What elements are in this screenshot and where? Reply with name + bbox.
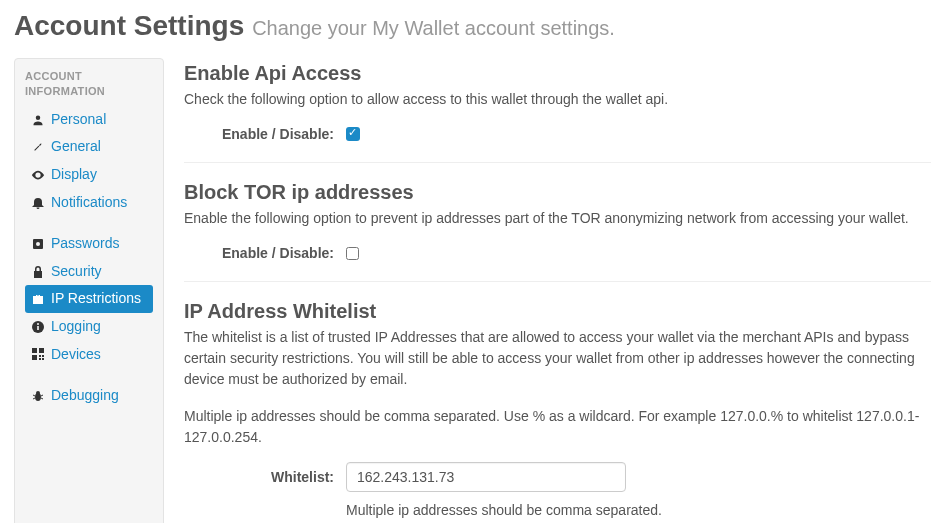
sidebar-item-notifications[interactable]: Notifications [25,189,153,217]
sidebar-item-label: Notifications [51,193,127,213]
sidebar-item-personal[interactable]: Personal [25,106,153,134]
svg-rect-9 [42,355,44,357]
svg-rect-6 [39,348,44,353]
page-subtitle: Change your My Wallet account settings. [252,17,615,39]
sidebar-item-label: Personal [51,110,106,130]
person-icon [31,113,45,127]
sidebar-item-label: Logging [51,317,101,337]
svg-line-14 [33,395,35,396]
sidebar-item-label: Security [51,262,102,282]
section-desc: Enable the following option to prevent i… [184,208,931,229]
wrench-icon [31,140,45,154]
sidebar-item-label: IP Restrictions [51,289,141,309]
tor-enable-checkbox[interactable] [346,247,359,260]
sidebar-item-debugging[interactable]: Debugging [25,382,153,410]
lock-icon [31,265,45,279]
svg-line-16 [33,398,35,399]
section-title: IP Address Whitelist [184,300,931,323]
api-enable-checkbox[interactable] [346,127,360,141]
sidebar-item-label: Debugging [51,386,119,406]
whitelist-label: Whitelist: [184,469,334,485]
section-desc2: Multiple ip addresses should be comma se… [184,406,931,448]
whitelist-hint: Multiple ip addresses should be comma se… [346,502,931,518]
api-toggle-label: Enable / Disable: [184,126,334,142]
vault-icon [31,237,45,251]
svg-rect-5 [32,348,37,353]
sidebar-item-logging[interactable]: Logging [25,313,153,341]
info-icon [31,320,45,334]
section-api-access: Enable Api Access Check the following op… [184,62,931,163]
tor-toggle-label: Enable / Disable: [184,245,334,261]
svg-line-17 [41,398,43,399]
sidebar-item-label: Devices [51,345,101,365]
briefcase-icon [31,292,45,306]
sidebar-item-passwords[interactable]: Passwords [25,230,153,258]
section-desc: The whitelist is a list of trusted IP Ad… [184,327,931,390]
svg-point-13 [36,391,40,395]
svg-rect-10 [39,358,41,360]
sidebar-item-security[interactable]: Security [25,258,153,286]
svg-rect-8 [39,355,41,357]
svg-point-1 [36,242,40,246]
svg-rect-3 [37,326,39,330]
nav-group-2: Debugging [25,382,153,410]
whitelist-input[interactable] [346,462,626,492]
sidebar-item-general[interactable]: General [25,133,153,161]
sidebar: ACCOUNT INFORMATION Personal General Dis… [14,58,164,523]
sidebar-item-display[interactable]: Display [25,161,153,189]
bug-icon [31,389,45,403]
section-ip-whitelist: IP Address Whitelist The whitelist is a … [184,300,931,523]
qrcode-icon [31,347,45,361]
sidebar-item-label: Passwords [51,234,119,254]
nav-group-0: Personal General Display Notifications [25,106,153,216]
section-title: Block TOR ip addresses [184,181,931,204]
page-title: Account Settings [14,10,244,41]
sidebar-heading: ACCOUNT INFORMATION [25,69,153,100]
svg-point-4 [37,323,39,325]
section-title: Enable Api Access [184,62,931,85]
svg-line-15 [41,395,43,396]
nav-group-1: Passwords Security IP Restrictions Loggi… [25,230,153,368]
bell-icon [31,195,45,209]
eye-icon [31,168,45,182]
sidebar-item-label: General [51,137,101,157]
svg-rect-7 [32,355,37,360]
sidebar-item-ip-restrictions[interactable]: IP Restrictions [25,285,153,313]
page-header: Account Settings Change your My Wallet a… [0,0,945,48]
main-content: Enable Api Access Check the following op… [184,58,931,523]
sidebar-item-label: Display [51,165,97,185]
section-desc: Check the following option to allow acce… [184,89,931,110]
sidebar-item-devices[interactable]: Devices [25,341,153,369]
section-block-tor: Block TOR ip addresses Enable the follow… [184,181,931,282]
svg-rect-11 [42,358,44,360]
